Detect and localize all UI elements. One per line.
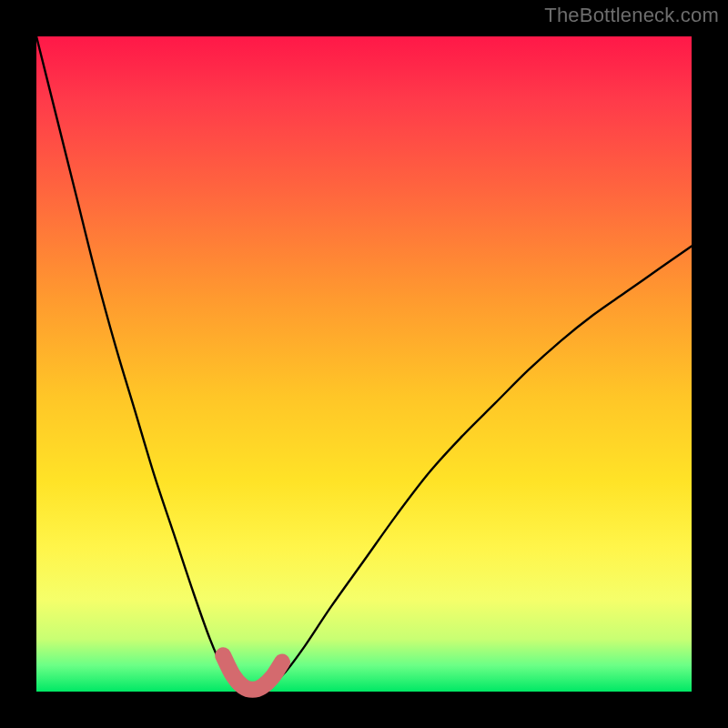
chart-container: TheBottleneck.com	[0, 0, 728, 728]
curve-layer	[36, 36, 692, 692]
watermark-text: TheBottleneck.com	[544, 4, 719, 27]
highlight-band	[223, 655, 282, 689]
bottleneck-curve	[36, 36, 692, 690]
